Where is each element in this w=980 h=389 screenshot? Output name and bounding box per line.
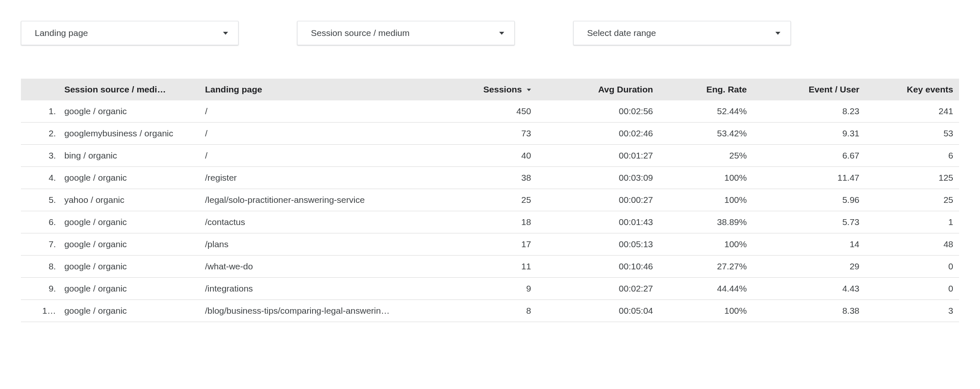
sort-desc-icon [527,89,531,91]
cell-event-user: 14 [753,233,865,256]
cell-index: 3. [21,145,59,167]
cell-landing-page: /integrations [199,278,434,300]
cell-sessions: 73 [434,123,537,145]
cell-landing-page: / [199,145,434,167]
cell-duration: 00:02:56 [537,100,659,123]
filter-bar: Landing page Session source / medium Sel… [17,21,963,45]
cell-source: yahoo / organic [59,189,199,211]
cell-eng-rate: 38.89% [659,211,753,233]
cell-eng-rate: 100% [659,300,753,322]
cell-source: google / organic [59,256,199,278]
source-medium-dropdown[interactable]: Session source / medium [297,21,515,45]
cell-index: 5. [21,189,59,211]
col-event-user[interactable]: Event / User [753,79,865,100]
cell-eng-rate: 53.42% [659,123,753,145]
cell-index: 7. [21,233,59,256]
col-sessions[interactable]: Sessions [434,79,537,100]
cell-key-events: 53 [865,123,959,145]
cell-landing-page: /plans [199,233,434,256]
col-landing-page[interactable]: Landing page [199,79,434,100]
cell-duration: 00:05:04 [537,300,659,322]
cell-event-user: 6.67 [753,145,865,167]
landing-page-dropdown-label: Landing page [35,28,88,38]
cell-event-user: 11.47 [753,167,865,189]
cell-index: 2. [21,123,59,145]
cell-eng-rate: 44.44% [659,278,753,300]
cell-duration: 00:00:27 [537,189,659,211]
cell-key-events: 6 [865,145,959,167]
cell-duration: 00:01:27 [537,145,659,167]
cell-landing-page: /register [199,167,434,189]
cell-eng-rate: 100% [659,167,753,189]
cell-index: 1. [21,100,59,123]
cell-source: google / organic [59,278,199,300]
col-key-events[interactable]: Key events [865,79,959,100]
cell-sessions: 450 [434,100,537,123]
cell-event-user: 4.43 [753,278,865,300]
table-row[interactable]: 6.google / organic/contactus1800:01:4338… [21,211,959,233]
cell-event-user: 8.38 [753,300,865,322]
cell-sessions: 25 [434,189,537,211]
table-row[interactable]: 7.google / organic/plans1700:05:13100%14… [21,233,959,256]
cell-sessions: 38 [434,167,537,189]
col-eng-rate[interactable]: Eng. Rate [659,79,753,100]
cell-event-user: 29 [753,256,865,278]
cell-key-events: 241 [865,100,959,123]
date-range-dropdown[interactable]: Select date range [573,21,791,45]
source-medium-dropdown-label: Session source / medium [311,28,410,38]
cell-landing-page: /legal/solo-practitioner-answering-servi… [199,189,434,211]
cell-key-events: 48 [865,233,959,256]
table-row[interactable]: 1…google / organic/blog/business-tips/co… [21,300,959,322]
cell-sessions: 11 [434,256,537,278]
col-index [21,79,59,100]
cell-event-user: 5.96 [753,189,865,211]
cell-eng-rate: 27.27% [659,256,753,278]
table-row[interactable]: 8.google / organic/what-we-do1100:10:462… [21,256,959,278]
table-header-row: Session source / medi… Landing page Sess… [21,79,959,100]
cell-key-events: 1 [865,211,959,233]
col-sessions-label: Sessions [483,84,522,94]
cell-sessions: 40 [434,145,537,167]
cell-eng-rate: 25% [659,145,753,167]
cell-eng-rate: 100% [659,189,753,211]
cell-source: google / organic [59,211,199,233]
caret-down-icon [223,32,228,35]
cell-sessions: 8 [434,300,537,322]
col-source-medium[interactable]: Session source / medi… [59,79,199,100]
cell-index: 8. [21,256,59,278]
cell-source: google / organic [59,167,199,189]
cell-duration: 00:02:27 [537,278,659,300]
date-range-dropdown-label: Select date range [587,28,656,38]
cell-event-user: 5.73 [753,211,865,233]
cell-source: google / organic [59,300,199,322]
cell-event-user: 9.31 [753,123,865,145]
cell-sessions: 18 [434,211,537,233]
landing-page-dropdown[interactable]: Landing page [21,21,239,45]
table-row[interactable]: 3.bing / organic/4000:01:2725%6.676 [21,145,959,167]
cell-eng-rate: 100% [659,233,753,256]
cell-eng-rate: 52.44% [659,100,753,123]
cell-index: 9. [21,278,59,300]
cell-source: bing / organic [59,145,199,167]
cell-duration: 00:03:09 [537,167,659,189]
table-row[interactable]: 9.google / organic/integrations900:02:27… [21,278,959,300]
table-row[interactable]: 1.google / organic/45000:02:5652.44%8.23… [21,100,959,123]
cell-key-events: 0 [865,278,959,300]
table-row[interactable]: 5.yahoo / organic/legal/solo-practitione… [21,189,959,211]
cell-key-events: 125 [865,167,959,189]
cell-key-events: 3 [865,300,959,322]
cell-index: 4. [21,167,59,189]
caret-down-icon [775,32,780,35]
caret-down-icon [499,32,504,35]
col-avg-duration[interactable]: Avg Duration [537,79,659,100]
cell-landing-page: / [199,123,434,145]
table-row[interactable]: 2.googlemybusiness / organic/7300:02:465… [21,123,959,145]
cell-index: 1… [21,300,59,322]
table-row[interactable]: 4.google / organic/register3800:03:09100… [21,167,959,189]
cell-duration: 00:02:46 [537,123,659,145]
cell-landing-page: /contactus [199,211,434,233]
cell-index: 6. [21,211,59,233]
cell-landing-page: /blog/business-tips/comparing-legal-answ… [199,300,434,322]
cell-duration: 00:01:43 [537,211,659,233]
report-table: Session source / medi… Landing page Sess… [21,79,959,322]
